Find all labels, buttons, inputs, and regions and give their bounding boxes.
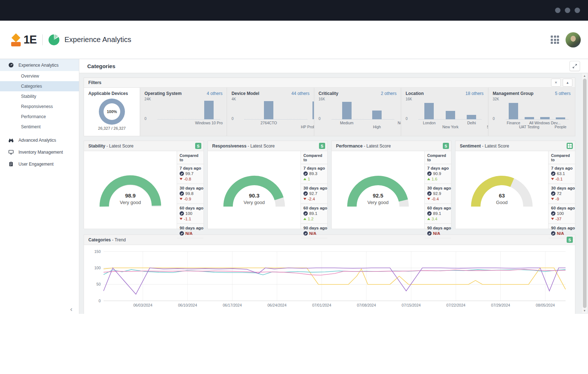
compare-value: N/A	[180, 231, 201, 236]
binoculars-icon	[8, 137, 14, 143]
compare-period: 60 days ago	[303, 206, 325, 210]
compare-period: 60 days ago	[551, 206, 572, 210]
svg-text:07/22/2024: 07/22/2024	[446, 303, 466, 307]
arrow-down-icon	[180, 218, 182, 220]
compare-score: 63.1	[557, 171, 565, 176]
bar-high[interactable]	[372, 111, 382, 120]
compare-delta-value: -37	[555, 217, 562, 221]
scrollbar-thumb[interactable]	[583, 79, 587, 308]
app-launcher-icon[interactable]	[551, 36, 559, 44]
others-link[interactable]: 5 others	[555, 91, 571, 96]
sidebar-item-stability[interactable]: Stability	[0, 91, 79, 101]
trend-series-stability	[104, 268, 566, 294]
sidebar-item-overview[interactable]: Overview	[0, 71, 79, 81]
scope-badge[interactable]: S	[443, 143, 449, 149]
bar-label: UAT Testing	[519, 125, 539, 129]
y-axis-max-label: 4K	[231, 97, 242, 101]
compare-delta: -0.8	[180, 177, 201, 181]
bar-windows-10-pro[interactable]	[204, 101, 214, 119]
scope-badge[interactable]: S	[319, 143, 325, 149]
bar-uat-testing[interactable]	[525, 117, 534, 119]
bar-2764cto[interactable]	[264, 101, 273, 119]
bar-delhi[interactable]	[467, 115, 476, 119]
speedometer-icon	[427, 171, 432, 176]
scroll-up-icon[interactable]: ▲	[582, 74, 587, 78]
pie-chart-icon	[49, 34, 59, 45]
bar-people[interactable]	[556, 117, 565, 119]
speedometer-icon	[180, 211, 184, 216]
sidebar-item-sentiment[interactable]: Sentiment	[0, 122, 79, 132]
speedometer-icon	[303, 231, 308, 236]
sidebar-collapse-button[interactable]: ‹	[70, 306, 72, 312]
bar-hp-probook-4545s[interactable]	[312, 101, 314, 119]
sidebar-item-responsiveness[interactable]: Responsiveness	[0, 101, 79, 112]
scroll-area: Filters ✕ ▲ Applicable Devices 100% 2	[79, 73, 588, 314]
others-link[interactable]: 18 others	[466, 91, 484, 96]
sidebar-item-advanced-analytics[interactable]: Advanced Analytics	[0, 134, 79, 146]
filters-clear-button[interactable]: ✕	[551, 79, 561, 87]
bar-all-windows-dev[interactable]	[540, 117, 550, 119]
gauge-performance: 92.5Very good	[332, 151, 424, 229]
compare-score: 99.7	[185, 171, 193, 176]
compare-delta-value: 1.2	[308, 217, 314, 221]
others-link[interactable]: 44 others	[291, 91, 310, 96]
sidebar-item-experience-analytics[interactable]: Experience Analytics	[0, 59, 79, 71]
compare-delta-value: -0.4	[432, 197, 439, 201]
bar-medium[interactable]	[342, 102, 352, 119]
page-header: Categories	[79, 59, 588, 73]
trend-chart-area: 06/03/202406/10/202406/17/202406/24/2024…	[84, 245, 575, 313]
scope-badge[interactable]	[567, 143, 573, 149]
compare-value: 89.1	[303, 211, 325, 216]
fullscreen-button[interactable]	[570, 61, 580, 71]
scroll-down-icon[interactable]: ▼	[582, 308, 587, 313]
gauge-chart: 92.5Very good	[340, 169, 416, 211]
bar-new-york[interactable]	[446, 111, 455, 119]
avatar[interactable]	[566, 32, 581, 47]
compare-period: 90 days ago	[427, 226, 449, 230]
window-control-dot[interactable]	[555, 8, 560, 13]
compare-period: 90 days ago	[551, 226, 572, 230]
others-link[interactable]: 2 others	[381, 91, 396, 96]
svg-text:07/01/2024: 07/01/2024	[312, 303, 331, 307]
svg-text:Good: Good	[496, 200, 508, 205]
sidebar-item-inventory-management[interactable]: Inventory Management	[0, 146, 79, 158]
arrow-up-icon	[427, 218, 430, 220]
compare-delta: -9	[551, 197, 572, 201]
bar-label: New York	[442, 125, 458, 129]
arrow-down-icon	[180, 198, 182, 200]
filters-collapse-button[interactable]: ▲	[563, 79, 572, 87]
body: Experience Analytics OverviewCategoriesS…	[0, 59, 588, 314]
compare-period: 30 days ago	[551, 186, 572, 190]
bar-finance[interactable]	[509, 103, 518, 120]
vertical-scrollbar[interactable]: ▲ ▼	[582, 74, 587, 313]
compare-period: 7 days ago	[303, 166, 325, 170]
card-title-rest: - Latest Score	[362, 144, 391, 149]
card-title-strong: Performance	[336, 144, 362, 149]
window-control-dot[interactable]	[575, 8, 580, 13]
scope-badge[interactable]: S	[195, 143, 201, 149]
sidebar-item-performance[interactable]: Performance	[0, 112, 79, 122]
compare-delta: 1.2	[303, 217, 325, 221]
bar-london[interactable]	[424, 103, 434, 120]
others-link[interactable]: 4 others	[207, 91, 222, 96]
gauge-chart: 63Good	[464, 169, 540, 211]
compare-value: 90.9	[427, 171, 449, 176]
bar-label: Seattle	[487, 125, 488, 129]
compare-delta-value: 1.6	[432, 177, 437, 181]
sidebar-item-categories[interactable]: Categories	[0, 81, 79, 91]
sidebar-item-label: Advanced Analytics	[18, 138, 56, 143]
svg-text:06/24/2024: 06/24/2024	[268, 303, 287, 307]
compare-value: 99.7	[180, 171, 201, 176]
sidebar-item-user-engagement[interactable]: User Engagement	[0, 158, 79, 170]
compare-delta: -1.1	[180, 217, 201, 221]
window-control-dot[interactable]	[565, 8, 570, 13]
sidebar-subitems: OverviewCategoriesStabilityResponsivenes…	[0, 71, 79, 132]
compare-period: 30 days ago	[303, 186, 325, 190]
monitor-icon	[8, 149, 14, 155]
scope-badge[interactable]: S	[567, 237, 573, 243]
filters-panel: Filters ✕ ▲ Applicable Devices 100% 2	[84, 78, 575, 136]
window-title-bar	[0, 0, 588, 21]
svg-text:100: 100	[94, 266, 101, 270]
card-title-strong: Stability	[88, 144, 105, 149]
y-axis-max-label: 16K	[319, 97, 329, 101]
